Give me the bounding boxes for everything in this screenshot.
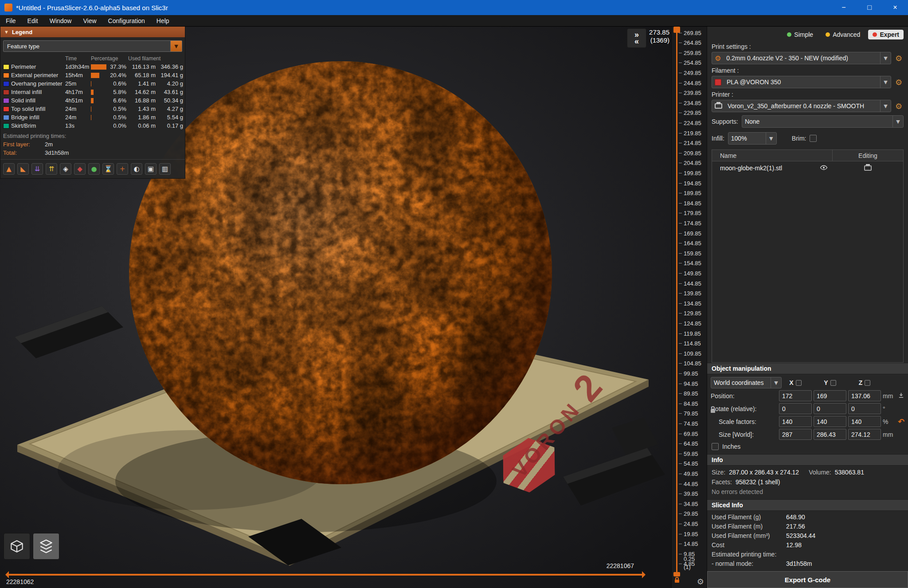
legend-row[interactable]: Perimeter 1d3h34m 37.3% 116.13 m 346.36 … xyxy=(0,63,185,71)
view-type-select[interactable]: Feature type ▼ xyxy=(3,40,182,52)
color-changes-icon[interactable]: ● xyxy=(88,163,100,175)
feature-time: 4h17m xyxy=(65,89,89,95)
legend-row[interactable]: Internal infill 4h17m 5.8% 14.62 m 43.61… xyxy=(0,88,185,96)
feature-label: Internal infill xyxy=(11,89,63,95)
mode-expert[interactable]: Expert xyxy=(868,30,904,39)
menu-item-view[interactable]: View xyxy=(77,15,102,26)
layer-slider-top-handle[interactable] xyxy=(673,27,680,33)
chevron-left-icon: « xyxy=(634,38,639,45)
maximize-button[interactable]: □ xyxy=(857,0,882,15)
legend-row[interactable]: Top solid infill 24m 0.5% 1.43 m 4.27 g xyxy=(0,105,185,113)
chevron-down-icon: ▼ xyxy=(880,52,891,64)
print-settings-select[interactable]: ⚙ 0.2mm 0.4nozzle V2 - 350 - NEW (modifi… xyxy=(712,52,891,64)
drop-to-bed-icon[interactable] xyxy=(898,392,906,400)
export-gcode-button[interactable]: Export G-code xyxy=(707,571,908,588)
3d-editor-view-button[interactable] xyxy=(4,533,30,560)
menu-item-file[interactable]: File xyxy=(0,15,22,26)
size-y-input[interactable] xyxy=(814,429,846,440)
uniform-scale-lock-icon[interactable] xyxy=(710,405,716,416)
retractions-icon[interactable]: ⇊ xyxy=(31,163,43,175)
scale-x-input[interactable] xyxy=(779,416,812,427)
legend-header[interactable]: ▼ Legend xyxy=(0,27,185,37)
filament-select[interactable]: PLA @VORON 350 ▼ xyxy=(712,76,891,88)
legend-toggle-icon[interactable]: ▥ xyxy=(159,163,171,175)
axis-z-icon[interactable] xyxy=(865,380,870,386)
deretractions-icon[interactable]: ⇈ xyxy=(46,163,57,175)
object-row[interactable]: moon-globe-mk2(1).stl xyxy=(712,161,903,175)
layer-tick-label: 244.85 xyxy=(679,79,701,86)
scale-y-input[interactable] xyxy=(814,416,846,427)
pause-prints-icon[interactable]: ⌛ xyxy=(102,163,114,175)
sliced-info-row: Used Filament (g) 648.90 xyxy=(712,513,904,522)
layer-range-lock-icon[interactable] xyxy=(673,576,681,585)
axis-y-icon[interactable] xyxy=(830,380,836,386)
size-z-input[interactable] xyxy=(848,429,881,440)
collapse-triangle-icon: ▼ xyxy=(4,29,9,35)
position-y-input[interactable] xyxy=(814,390,846,401)
coordinate-system-select[interactable]: World coordinates ▼ xyxy=(711,377,782,388)
rotate-x-input[interactable] xyxy=(779,403,812,414)
printer-select[interactable]: Voron_v2_350_afterburner 0.4 nozzle - SM… xyxy=(712,100,891,112)
legend-row[interactable]: Overhang perimeter 25m 0.6% 1.41 m 4.20 … xyxy=(0,79,185,88)
feature-percentage: 20.4% xyxy=(109,72,126,78)
rotate-z-input[interactable] xyxy=(848,403,881,414)
object-list: Name Editing moon-globe-mk2(1).stl xyxy=(712,149,904,363)
preview-view-button[interactable] xyxy=(33,533,59,560)
move-slider-right-handle[interactable] xyxy=(642,571,649,578)
tool-changes-icon[interactable]: ◆ xyxy=(74,163,86,175)
legend-row[interactable]: Skirt/Brim 13s 0.0% 0.06 m 0.17 g xyxy=(0,122,185,130)
slider-settings-gear-icon[interactable]: ⚙ xyxy=(697,577,704,586)
menu-item-help[interactable]: Help xyxy=(151,15,175,26)
tool-marker-icon[interactable]: ▣ xyxy=(145,163,157,175)
wipe-icon[interactable]: ◣ xyxy=(17,163,29,175)
object-list-empty-area[interactable] xyxy=(712,175,903,362)
model-sphere[interactable] xyxy=(129,61,552,485)
menu-item-edit[interactable]: Edit xyxy=(22,15,44,26)
seams-icon[interactable]: ◈ xyxy=(60,163,71,175)
reset-scale-icon[interactable]: ↶ xyxy=(898,417,906,426)
object-settings-icon[interactable] xyxy=(864,165,872,171)
legend-row[interactable]: Bridge infill 24m 0.5% 1.86 m 5.54 g xyxy=(0,113,185,122)
print-settings-gear-icon[interactable]: ⚙ xyxy=(894,54,904,63)
position-x-input[interactable] xyxy=(779,390,812,401)
layer-tick-label: 114.85 xyxy=(679,340,701,347)
close-button[interactable]: × xyxy=(882,0,908,15)
shells-icon[interactable]: ◐ xyxy=(131,163,142,175)
feature-percentage: 0.0% xyxy=(109,122,126,129)
infill-select[interactable]: 100% ▼ xyxy=(728,132,777,145)
layer-slider-bottom-handle[interactable] xyxy=(673,572,680,576)
brim-checkbox[interactable] xyxy=(810,135,817,142)
percentage-bar xyxy=(91,73,107,78)
eye-icon[interactable] xyxy=(820,164,828,173)
filament-gear-icon[interactable]: ⚙ xyxy=(894,78,904,87)
minimize-button[interactable]: − xyxy=(831,0,857,15)
mode-simple[interactable]: Simple xyxy=(783,30,818,39)
printer-gear-icon[interactable]: ⚙ xyxy=(894,102,904,111)
legend-row[interactable]: Solid infill 4h51m 6.6% 16.88 m 50.34 g xyxy=(0,96,185,105)
feature-types-icon[interactable]: ▲ xyxy=(3,163,15,175)
inches-checkbox[interactable] xyxy=(712,443,719,450)
position-z-input[interactable] xyxy=(848,390,881,401)
size-x-input[interactable] xyxy=(779,429,812,440)
legend-title: Legend xyxy=(12,29,32,35)
feature-weight: 346.36 g xyxy=(157,63,183,70)
menu-item-window[interactable]: Window xyxy=(44,15,78,26)
collapse-sidebar-button[interactable]: » « xyxy=(627,28,646,48)
gcode-move-slider[interactable] xyxy=(7,574,644,576)
layer-tick-label: 254.85 xyxy=(679,59,701,67)
move-slider-left-handle[interactable] xyxy=(2,571,9,578)
3d-viewport[interactable]: VORON 2 xyxy=(0,27,671,588)
menu-item-configuration[interactable]: Configuration xyxy=(102,15,151,26)
supports-select[interactable]: None ▼ xyxy=(742,115,904,128)
layer-tick-label: 259.85 xyxy=(679,49,701,56)
legend-row[interactable]: External perimeter 15h4m 20.4% 65.18 m 1… xyxy=(0,71,185,79)
window-title: *Untitled - PrusaSlicer-2.6.0-alpha5 bas… xyxy=(16,4,831,12)
feature-time: 24m xyxy=(65,106,89,112)
mode-advanced[interactable]: Advanced xyxy=(821,30,865,39)
scale-z-input[interactable] xyxy=(848,416,881,427)
rotate-y-input[interactable] xyxy=(814,403,846,414)
axis-x-icon[interactable] xyxy=(796,380,802,386)
custom-gcodes-icon[interactable]: + xyxy=(117,163,128,175)
layer-tick-label: 104.85 xyxy=(679,360,701,367)
sliced-info-section: Used Filament (g) 648.90 Used Filament (… xyxy=(707,511,908,571)
